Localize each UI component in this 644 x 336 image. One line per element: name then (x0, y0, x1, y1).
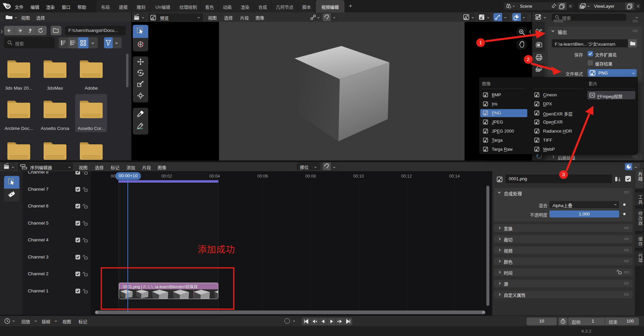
svg-text:2: 2 (527, 56, 530, 62)
svg-text:1: 1 (479, 40, 482, 45)
svg-text:3: 3 (562, 172, 565, 177)
